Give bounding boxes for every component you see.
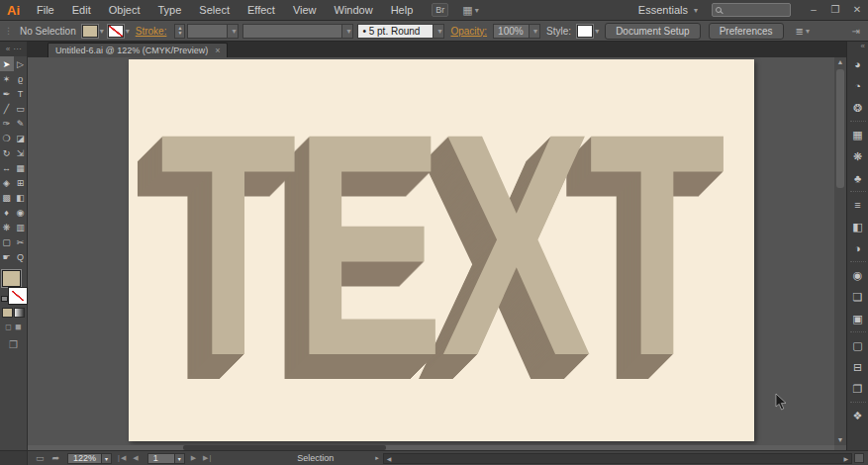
width-tool-icon[interactable]: ↔ [0, 160, 14, 175]
vertical-scrollbar[interactable]: ▲ ▼ [834, 57, 846, 445]
brush-definition-combo[interactable]: • 5 pt. Round ▾ [357, 24, 444, 39]
gradient-mode-button[interactable] [14, 308, 25, 318]
fill-color-control[interactable]: ▾ [82, 25, 104, 38]
artboard-number-combo[interactable]: 1 ▾ [147, 453, 185, 464]
align-options-icon[interactable]: ≣ [796, 26, 804, 37]
tools-panel-header[interactable]: « ⋯ [0, 42, 27, 56]
document-tab[interactable]: Untitled-6.ai @ 122% (CMYK/Preview) × [48, 43, 228, 57]
fill-caret-icon[interactable]: ▾ [100, 27, 104, 36]
dock-header[interactable]: « [847, 42, 868, 53]
symbol-sprayer-tool-icon[interactable]: ❋ [0, 220, 14, 234]
draw-behind-icon[interactable]: ◼ [15, 323, 22, 331]
minimize-button[interactable]: – [803, 0, 824, 20]
fill-color-swatch[interactable] [82, 25, 98, 38]
layers-panel-icon[interactable]: ❖ [848, 405, 868, 426]
appearance-panel-icon[interactable]: ◉ [848, 264, 868, 286]
toolbar-stroke-swatch[interactable] [9, 288, 27, 304]
arrange-documents-caret-icon[interactable]: ▾ [475, 6, 479, 15]
control-bar-grip-icon[interactable]: ⋮ [0, 26, 16, 36]
zoom-tool-icon[interactable]: Q [14, 249, 28, 264]
align-caret-icon[interactable]: ▾ [806, 27, 810, 36]
align-panel-icon[interactable]: ⊟ [848, 356, 868, 378]
color-mode-button[interactable] [2, 308, 13, 318]
tools-grip-icon[interactable]: ⋯ [13, 45, 21, 53]
tab-close-icon[interactable]: × [215, 46, 220, 55]
caret-icon[interactable]: ▾ [346, 27, 350, 36]
kuler-panel-icon[interactable]: ❂ [848, 97, 868, 119]
pencil-tool-icon[interactable]: ✎ [14, 116, 28, 131]
workspace-switcher[interactable]: Essentials [638, 4, 688, 16]
rectangle-tool-icon[interactable]: ▭ [14, 101, 28, 116]
screen-icon[interactable]: ▭ [36, 453, 45, 463]
status-horizontal-scrollbar[interactable]: ◀ ▶ [383, 453, 852, 464]
variable-width-profile-combo[interactable]: ▾ [242, 24, 353, 39]
arrange-documents-icon[interactable]: ▦ [462, 4, 472, 17]
style-swatch[interactable] [577, 25, 593, 38]
type-tool-icon[interactable]: T [14, 86, 28, 101]
canvas[interactable]: TEXT ▲ ▼ [28, 57, 846, 450]
brushes-panel-icon[interactable]: ♣ [848, 167, 868, 189]
gradient-tool-icon[interactable]: ◧ [14, 190, 28, 205]
caret-icon[interactable]: ▾ [437, 27, 441, 36]
menu-edit[interactable]: Edit [63, 4, 100, 16]
shape-builder-tool-icon[interactable]: ◈ [0, 175, 14, 190]
stroke-weight-stepper[interactable]: ▲ ▼ [174, 24, 185, 39]
scroll-right-icon[interactable]: ▶ [840, 455, 851, 462]
blend-tool-icon[interactable]: ◉ [14, 205, 28, 220]
pen-tool-icon[interactable]: ✒ [0, 86, 14, 101]
zoom-caret-icon[interactable]: ▾ [101, 454, 111, 463]
stroke-color-control[interactable]: ▾ [108, 25, 130, 38]
menu-effect[interactable]: Effect [239, 4, 284, 16]
first-artboard-icon[interactable]: |◀ [118, 454, 127, 462]
eyedropper-tool-icon[interactable]: ♦ [0, 205, 14, 220]
style-control[interactable]: ▾ [577, 25, 599, 38]
menu-help[interactable]: Help [382, 4, 423, 16]
restore-button[interactable]: ❐ [824, 0, 846, 20]
artboard[interactable]: TEXT [129, 59, 754, 441]
draw-normal-icon[interactable]: ◻ [5, 323, 12, 331]
stepper-down-icon[interactable]: ▼ [177, 31, 182, 36]
stroke-color-swatch[interactable] [108, 25, 124, 38]
symbols-panel-icon[interactable]: ❋ [848, 145, 868, 167]
previous-artboard-icon[interactable]: ◀ [133, 454, 139, 462]
hand-tool-icon[interactable]: ☛ [0, 249, 14, 264]
opacity-combo[interactable]: 100% ▾ [493, 24, 540, 39]
collapse-control-bar-icon[interactable]: ⇥ [852, 26, 868, 37]
menu-type[interactable]: Type [149, 4, 191, 16]
default-fill-stroke-icon[interactable] [1, 296, 8, 302]
graphic-styles-panel-icon[interactable]: ❏ [848, 286, 868, 308]
selection-tool-icon[interactable]: ➤ [0, 56, 14, 71]
transform-panel-icon[interactable]: ▢ [848, 334, 868, 356]
menu-select[interactable]: Select [190, 4, 239, 16]
color-panel-icon[interactable]: ◕ [848, 53, 868, 75]
menu-view[interactable]: View [284, 4, 326, 16]
direct-selection-tool-icon[interactable]: ▷ [14, 56, 28, 71]
slice-tool-icon[interactable]: ✂ [14, 234, 28, 249]
magic-wand-tool-icon[interactable]: ✶ [0, 71, 14, 86]
scale-tool-icon[interactable]: ⇲ [14, 145, 28, 160]
artwork-text[interactable]: TEXT [159, 62, 723, 426]
perspective-grid-tool-icon[interactable]: ⊞ [14, 175, 28, 190]
style-caret-icon[interactable]: ▾ [595, 27, 599, 36]
horizontal-scrollbar[interactable] [28, 445, 834, 450]
status-flyout-icon[interactable]: ▸ [375, 454, 379, 462]
color-guide-panel-icon[interactable]: ◔ [848, 75, 868, 97]
tools-collapse-icon[interactable]: « [6, 45, 10, 53]
mesh-tool-icon[interactable]: ▩ [0, 190, 14, 205]
stroke-panel-link[interactable]: Stroke: [136, 26, 167, 37]
blob-brush-tool-icon[interactable]: ❍ [0, 131, 14, 145]
close-button[interactable]: ✕ [846, 0, 868, 20]
document-setup-button[interactable]: Document Setup [605, 23, 701, 40]
lasso-tool-icon[interactable]: ϱ [14, 71, 28, 86]
swatches-panel-icon[interactable]: ▦ [848, 124, 868, 145]
profile-caret-icon[interactable]: ▾ [341, 25, 352, 38]
scroll-down-icon[interactable]: ▼ [837, 435, 844, 445]
column-graph-tool-icon[interactable]: ▥ [14, 220, 28, 234]
stroke-caret-icon[interactable]: ▾ [126, 27, 130, 36]
last-artboard-icon[interactable]: ▶| [203, 454, 212, 462]
bridge-button[interactable]: Br [432, 3, 448, 17]
preferences-button[interactable]: Preferences [709, 23, 784, 40]
share-icon[interactable]: ➦ [52, 453, 60, 463]
caret-icon[interactable]: ▾ [533, 27, 537, 36]
screen-mode-icon[interactable]: ❐ [9, 339, 18, 350]
